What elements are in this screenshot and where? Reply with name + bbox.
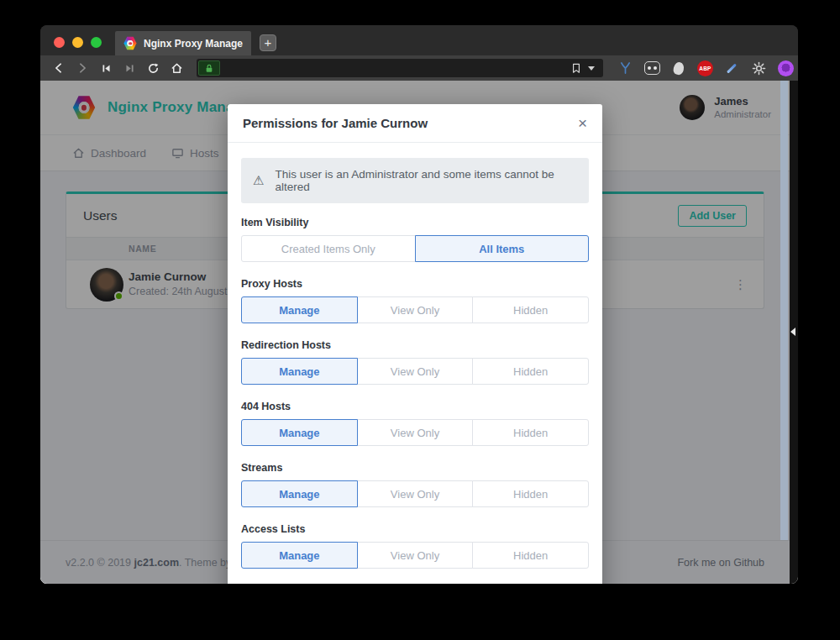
screenshot-stage: Nginx Proxy Manager + [0, 0, 840, 640]
fast-forward-icon[interactable] [119, 59, 139, 77]
new-tab-button[interactable]: + [260, 34, 276, 51]
close-window-button[interactable] [54, 37, 65, 48]
browser-tab-bar: Nginx Proxy Manager + [40, 25, 798, 55]
streams-group: Manage View Only Hidden [241, 480, 589, 507]
extension-icons-row: ABP [617, 60, 798, 76]
goggles-extension-icon[interactable] [643, 60, 660, 76]
proxy-hosts-group: Manage View Only Hidden [241, 296, 589, 323]
browser-toolbar: ABP [40, 55, 798, 81]
address-bar[interactable] [197, 59, 603, 77]
redirection-hosts-label: Redirection Hosts [241, 339, 589, 351]
404-hosts-group: Manage View Only Hidden [241, 419, 589, 446]
streams-view-only-button[interactable]: View Only [357, 480, 474, 507]
permissions-modal: Permissions for Jamie Curnow × ⚠ This us… [228, 104, 602, 584]
redirection-hosts-hidden-button[interactable]: Hidden [472, 358, 589, 385]
ssl-lock-icon[interactable] [198, 60, 220, 76]
access-lists-group: Manage View Only Hidden [241, 542, 589, 569]
home-icon[interactable] [166, 59, 186, 77]
access-lists-manage-button[interactable]: Manage [241, 542, 358, 569]
redirection-hosts-view-only-button[interactable]: View Only [357, 358, 474, 385]
adblock-plus-icon[interactable]: ABP [697, 60, 713, 76]
redirection-hosts-manage-button[interactable]: Manage [241, 358, 358, 385]
streams-hidden-button[interactable]: Hidden [472, 480, 589, 507]
panel-toggle-icon[interactable] [790, 328, 795, 336]
proxy-hosts-manage-button[interactable]: Manage [241, 296, 358, 323]
browser-panel-edge [790, 81, 798, 584]
warning-icon: ⚠ [253, 173, 264, 188]
rewind-icon[interactable] [96, 59, 116, 77]
alert-text: This user is an Administrator and some i… [275, 168, 577, 193]
proxy-hosts-view-only-button[interactable]: View Only [357, 296, 474, 323]
forward-icon[interactable] [72, 59, 92, 77]
fork-extension-icon[interactable] [617, 60, 633, 76]
access-lists-label: Access Lists [241, 523, 589, 535]
gear-extension-icon[interactable] [750, 60, 767, 76]
redirection-hosts-group: Manage View Only Hidden [241, 358, 589, 385]
404-hosts-hidden-button[interactable]: Hidden [472, 419, 589, 446]
item-visibility-label: Item Visibility [241, 217, 589, 228]
reload-icon[interactable] [143, 59, 163, 77]
browser-window: Nginx Proxy Manager + [40, 25, 798, 584]
back-icon[interactable] [49, 59, 69, 77]
foot-extension-icon[interactable] [670, 60, 687, 76]
browser-tab[interactable]: Nginx Proxy Manager [115, 31, 251, 55]
visibility-created-items-only-button[interactable]: Created Items Only [241, 235, 416, 262]
proxy-hosts-label: Proxy Hosts [241, 278, 589, 290]
proxy-hosts-hidden-button[interactable]: Hidden [472, 296, 589, 323]
favicon-nginx-proxy-manager [123, 36, 137, 50]
purple-orb-extension-icon[interactable] [777, 60, 794, 76]
close-icon[interactable]: × [578, 115, 587, 131]
minimize-window-button[interactable] [72, 37, 83, 48]
pen-extension-icon[interactable] [723, 60, 740, 76]
page-scrollbar[interactable] [780, 81, 788, 540]
admin-warning-alert: ⚠ This user is an Administrator and some… [241, 158, 589, 203]
item-visibility-group: Created Items Only All Items [241, 235, 589, 262]
visibility-all-items-button[interactable]: All Items [415, 235, 590, 262]
404-hosts-manage-button[interactable]: Manage [241, 419, 358, 446]
browser-viewport: Nginx Proxy Manager James Administrator [40, 81, 798, 584]
modal-title: Permissions for Jamie Curnow [243, 116, 428, 130]
access-lists-view-only-button[interactable]: View Only [357, 542, 474, 569]
bookmark-icon[interactable] [571, 63, 581, 74]
zoom-window-button[interactable] [91, 37, 102, 48]
bookmark-dropdown-icon[interactable] [588, 66, 595, 71]
access-lists-hidden-button[interactable]: Hidden [472, 542, 589, 569]
streams-manage-button[interactable]: Manage [241, 480, 358, 507]
streams-label: Streams [241, 462, 589, 474]
tab-title: Nginx Proxy Manager [144, 38, 243, 50]
macos-traffic-lights [54, 37, 102, 48]
404-hosts-label: 404 Hosts [241, 401, 589, 412]
404-hosts-view-only-button[interactable]: View Only [357, 419, 474, 446]
